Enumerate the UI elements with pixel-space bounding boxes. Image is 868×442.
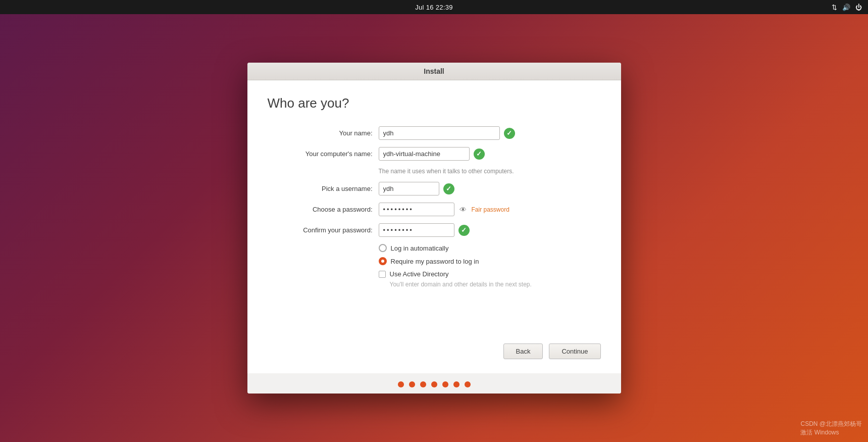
progress-dot-6 <box>453 381 459 387</box>
confirm-password-label: Confirm your password: <box>268 226 379 234</box>
progress-dot-2 <box>409 381 415 387</box>
computer-name-label: Your computer's name: <box>268 150 379 158</box>
your-name-row: Your name: <box>268 126 601 140</box>
login-auto-label: Log in automatically <box>391 244 449 252</box>
computer-name-hint: The name it uses when it talks to other … <box>379 168 514 175</box>
active-directory-checkbox[interactable] <box>379 271 386 278</box>
username-label: Pick a username: <box>268 185 379 192</box>
power-icon: ⏻ <box>855 4 862 11</box>
computer-name-row: Your computer's name: <box>268 147 601 161</box>
watermark-line2: 激活 Windows <box>800 428 862 437</box>
progress-dots-area <box>247 373 621 394</box>
username-input[interactable] <box>379 182 439 195</box>
computer-name-input[interactable] <box>379 147 470 161</box>
taskbar-time: Jul 16 22:39 <box>415 4 452 11</box>
continue-button[interactable]: Continue <box>549 343 600 359</box>
dialog-footer: Back Continue <box>268 335 601 363</box>
progress-dot-3 <box>420 381 426 387</box>
password-field-group: 👁 Fair password <box>379 203 509 216</box>
confirm-password-check <box>458 225 470 236</box>
confirm-password-row: Confirm your password: <box>268 223 601 237</box>
username-check <box>443 183 454 194</box>
password-toggle-button[interactable]: 👁 <box>457 205 469 215</box>
password-input[interactable] <box>379 203 454 216</box>
taskbar-system-icons: ⇅ 🔊 ⏻ <box>832 4 862 11</box>
progress-dot-5 <box>442 381 448 387</box>
computer-name-hint-row: The name it uses when it talks to other … <box>268 168 601 175</box>
require-password-option-row[interactable]: Require my password to log in <box>379 257 601 265</box>
login-auto-radio[interactable] <box>379 244 387 252</box>
password-label: Choose a password: <box>268 206 379 213</box>
network-icon: ⇅ <box>832 4 837 11</box>
desktop-background: Install Who are you? Your name: Your com… <box>0 0 868 442</box>
your-name-check <box>504 128 515 139</box>
active-directory-label: Use Active Directory <box>390 270 449 278</box>
dialog-content: Who are you? Your name: Your computer's … <box>247 80 621 373</box>
dialog-titlebar: Install <box>247 63 621 80</box>
progress-dot-4 <box>431 381 437 387</box>
hint-spacer <box>268 168 379 175</box>
your-name-label: Your name: <box>268 129 379 137</box>
login-auto-option-row[interactable]: Log in automatically <box>379 244 601 252</box>
watermark-line1: CSDN @北漂燕郊杨哥 <box>800 420 862 428</box>
password-row: Choose a password: 👁 Fair password <box>268 203 601 216</box>
form-area: Your name: Your computer's name: The nam… <box>268 126 601 335</box>
install-dialog: Install Who are you? Your name: Your com… <box>247 63 621 394</box>
username-row: Pick a username: <box>268 182 601 195</box>
taskbar: Jul 16 22:39 ⇅ 🔊 ⏻ <box>0 0 868 14</box>
progress-dot-7 <box>465 381 471 387</box>
computer-name-check <box>474 149 485 160</box>
back-button[interactable]: Back <box>503 343 543 359</box>
require-password-label: Require my password to log in <box>391 258 479 265</box>
login-options-area: Log in automatically Require my password… <box>379 244 601 288</box>
your-name-input[interactable] <box>379 126 500 140</box>
active-directory-option-row[interactable]: Use Active Directory <box>379 270 601 278</box>
watermark: CSDN @北漂燕郊杨哥 激活 Windows <box>800 420 862 437</box>
page-heading: Who are you? <box>268 95 601 111</box>
active-directory-sublabel: You'll enter domain and other details in… <box>390 281 601 288</box>
dialog-title: Install <box>424 67 444 75</box>
volume-icon: 🔊 <box>842 4 850 11</box>
confirm-password-input[interactable] <box>379 223 454 237</box>
require-password-radio[interactable] <box>379 257 387 265</box>
progress-dot-1 <box>398 381 404 387</box>
password-strength-label: Fair password <box>472 206 509 213</box>
